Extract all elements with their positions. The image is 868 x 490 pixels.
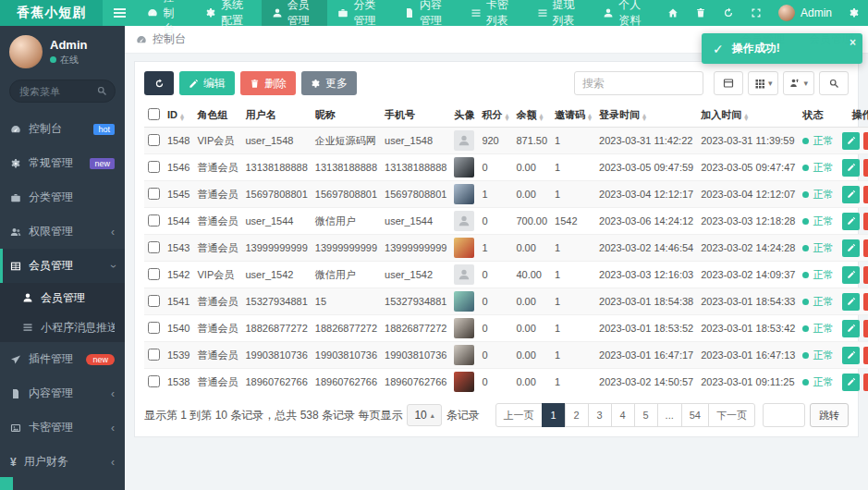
refresh-button[interactable] — [144, 71, 174, 95]
sidebar-item-card[interactable]: 卡密管理‹ — [0, 410, 125, 445]
fullscreen-button[interactable] — [742, 0, 770, 26]
page-button-1[interactable]: 1 — [542, 403, 566, 427]
sidebar-item-dashboard[interactable]: 控制台hot — [0, 112, 125, 146]
column-header-points[interactable]: 积分▴▾ — [478, 104, 512, 128]
delete-row-button[interactable] — [863, 159, 868, 177]
sidebar-item-auth[interactable]: 权限管理‹ — [0, 214, 125, 249]
topnav-item-member-management[interactable]: 会员管理 — [262, 0, 328, 26]
cell-status: 正常 — [799, 181, 837, 208]
cell-username: user_1542 — [241, 262, 311, 288]
edit-row-button[interactable] — [842, 374, 860, 391]
page-button-下一页[interactable]: 下一页 — [708, 403, 755, 427]
cell-role: 普通会员 — [193, 208, 241, 235]
delete-button[interactable]: 删除 — [240, 71, 296, 95]
topnav-item-category-management[interactable]: 分类管理 — [327, 0, 394, 26]
topnav-item-withdraw-list[interactable]: 提现列表 — [527, 0, 593, 26]
page-button-2[interactable]: 2 — [565, 403, 589, 427]
delete-row-button[interactable] — [863, 374, 868, 391]
column-header-id[interactable]: ID▴▾ — [164, 104, 193, 128]
edit-row-button[interactable] — [842, 347, 860, 364]
row-checkbox[interactable] — [148, 188, 160, 200]
sidebar-subitem-miniapp-push[interactable]: 小程序消息推送 — [0, 312, 125, 342]
delete-row-button[interactable] — [863, 293, 868, 311]
column-header-balance[interactable]: 余额▴▾ — [512, 104, 551, 128]
check-update-button[interactable] — [715, 0, 742, 26]
clear-cache-button[interactable] — [687, 0, 715, 26]
sidebar-item-finance[interactable]: ¥用户财务‹ — [0, 445, 125, 479]
topnav-item-card-list[interactable]: 卡密列表 — [460, 0, 527, 26]
edit-row-button[interactable] — [842, 213, 860, 230]
export-button[interactable]: ▾ — [783, 71, 814, 95]
row-checkbox[interactable] — [148, 268, 160, 280]
column-header-invite[interactable]: 邀请码▴▾ — [551, 104, 595, 128]
delete-row-button[interactable] — [863, 347, 868, 364]
search-toggle-button[interactable] — [819, 71, 849, 95]
row-checkbox[interactable] — [148, 349, 160, 361]
topnav-item-content-management[interactable]: 内容管理 — [394, 0, 460, 26]
row-checkbox[interactable] — [148, 214, 160, 227]
page-jump-button[interactable]: 跳转 — [810, 403, 849, 427]
sidebar-user-panel[interactable]: Admin 在线 — [0, 26, 125, 76]
column-header-login_time[interactable]: 登录时间▴▾ — [595, 104, 697, 128]
edit-row-button[interactable] — [842, 266, 860, 284]
sidebar-item-member[interactable]: 会员管理‹ — [0, 249, 125, 283]
edit-row-button[interactable] — [842, 320, 860, 337]
page-button-5[interactable]: 5 — [634, 403, 658, 427]
sidebar-item-marketing[interactable]: 营销管理‹ — [0, 479, 125, 490]
topnav-item-profile[interactable]: 个人资料 — [593, 0, 659, 26]
delete-row-button[interactable] — [863, 320, 868, 337]
table-search-input[interactable] — [574, 71, 703, 95]
settings-button[interactable] — [840, 0, 868, 26]
edit-row-button[interactable] — [842, 132, 860, 150]
select-all-checkbox[interactable] — [148, 108, 160, 120]
row-checkbox[interactable] — [148, 322, 160, 334]
edit-row-button[interactable] — [842, 159, 860, 177]
edit-button[interactable]: 编辑 — [179, 71, 235, 95]
topnav-item-system-config[interactable]: 系统配置 — [195, 0, 262, 26]
edit-row-button[interactable] — [842, 186, 860, 203]
cell-id: 1548 — [164, 128, 193, 154]
more-button[interactable]: 更多 — [301, 71, 357, 95]
admin-user-menu[interactable]: Admin — [770, 5, 840, 21]
cell-login-time: 2023-03-01 18:54:38 — [595, 288, 697, 315]
sidebar-item-general[interactable]: 常规管理new — [0, 146, 125, 180]
page-button-54[interactable]: 54 — [681, 403, 709, 427]
page-button-上一页[interactable]: 上一页 — [495, 403, 543, 427]
toggle-pagination-button[interactable] — [714, 71, 743, 95]
column-header-phone: 手机号 — [381, 104, 450, 128]
home-button[interactable] — [659, 0, 687, 26]
delete-row-button[interactable] — [863, 132, 868, 150]
row-checkbox[interactable] — [148, 241, 160, 253]
sidebar-item-addon[interactable]: 插件管理new — [0, 342, 125, 376]
row-checkbox[interactable] — [148, 375, 160, 387]
sidebar-toggle-button[interactable] — [103, 0, 137, 26]
toast-close-icon[interactable]: × — [850, 36, 856, 49]
column-header-join_time[interactable]: 加入时间▴▾ — [697, 104, 799, 128]
cell-status: 正常 — [799, 154, 837, 181]
delete-row-button[interactable] — [863, 239, 868, 257]
page-button-3[interactable]: 3 — [588, 403, 612, 427]
sidebar-subitem-member-list[interactable]: 会员管理 — [0, 283, 125, 312]
sidebar-item-category[interactable]: 分类管理 — [0, 180, 125, 214]
delete-row-button[interactable] — [863, 266, 868, 284]
delete-row-button[interactable] — [863, 186, 868, 203]
cell-points: 920 — [478, 128, 512, 154]
topnav-item-dashboard[interactable]: 控制台 — [137, 0, 195, 26]
row-checkbox[interactable] — [148, 295, 160, 307]
page-button-4[interactable]: 4 — [611, 403, 635, 427]
briefcase-icon — [10, 192, 21, 203]
row-checkbox[interactable] — [148, 134, 160, 146]
page-size-select[interactable]: 10▴ — [407, 404, 441, 426]
cell-join-time: 2023-03-03 12:18:28 — [697, 208, 799, 235]
edit-row-button[interactable] — [842, 293, 860, 311]
edit-row-button[interactable] — [842, 239, 860, 257]
columns-button[interactable]: ▾ — [748, 71, 779, 95]
avatar-photo — [454, 157, 474, 178]
page-jump-input[interactable] — [763, 403, 805, 427]
row-checkbox[interactable] — [148, 161, 160, 173]
caret-down-icon: ▾ — [768, 79, 773, 88]
layout-corner-toggle[interactable] — [0, 477, 13, 490]
delete-row-button[interactable] — [863, 213, 868, 230]
badge-new: new — [86, 354, 115, 365]
sidebar-item-content[interactable]: 内容管理‹ — [0, 376, 125, 410]
